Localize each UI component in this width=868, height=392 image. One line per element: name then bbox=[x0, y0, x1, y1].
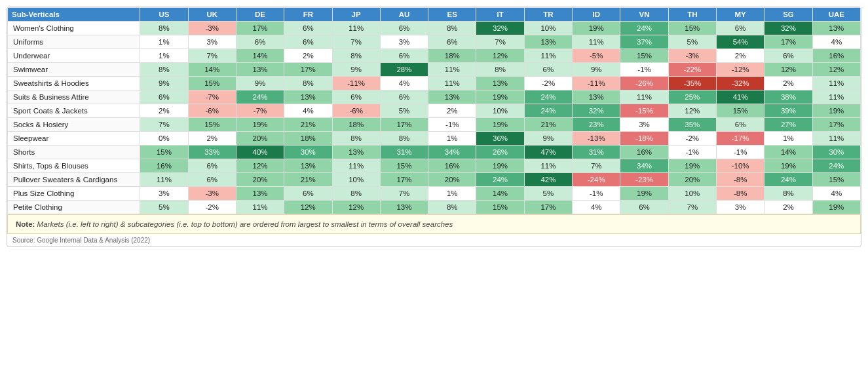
cell-r10-c6: 16% bbox=[428, 159, 476, 173]
cell-r2-c3: 2% bbox=[284, 49, 332, 63]
col-header-de: DE bbox=[236, 8, 284, 22]
cell-r0-c7: 32% bbox=[476, 22, 524, 35]
cell-r13-c4: 12% bbox=[332, 201, 380, 214]
cell-r2-c12: 2% bbox=[717, 49, 764, 63]
cell-r3-c9: 9% bbox=[573, 63, 620, 77]
cell-r12-c8: 5% bbox=[524, 187, 572, 201]
col-header-jp: JP bbox=[332, 8, 380, 22]
cell-r11-c11: 20% bbox=[668, 173, 716, 187]
cell-r5-c0: 6% bbox=[140, 90, 188, 104]
cell-r6-c11: 12% bbox=[668, 104, 716, 118]
cell-r11-c7: 24% bbox=[476, 173, 524, 187]
cell-r1-c14: 4% bbox=[812, 35, 860, 49]
cell-r0-c4: 11% bbox=[332, 22, 380, 35]
table-row: Uniforms1%3%6%6%7%3%6%7%13%11%37%5%54%17… bbox=[8, 35, 861, 49]
cell-r6-c6: 2% bbox=[428, 104, 476, 118]
cell-r11-c0: 11% bbox=[140, 173, 188, 187]
cell-r9-c13: 14% bbox=[764, 146, 812, 159]
cell-r7-c13: 27% bbox=[764, 118, 812, 132]
source-text: Source: Google Internal Data & Analysis … bbox=[7, 234, 861, 246]
cell-r4-c8: -2% bbox=[524, 77, 572, 90]
cell-r5-c2: 24% bbox=[236, 90, 284, 104]
cell-r11-c14: 15% bbox=[812, 173, 860, 187]
row-label-5: Suits & Business Attire bbox=[8, 90, 140, 104]
cell-r4-c1: 15% bbox=[188, 77, 236, 90]
cell-r1-c2: 6% bbox=[236, 35, 284, 49]
cell-r8-c10: -18% bbox=[620, 132, 668, 146]
cell-r0-c10: 24% bbox=[620, 22, 668, 35]
cell-r4-c5: 4% bbox=[380, 77, 428, 90]
cell-r11-c2: 20% bbox=[236, 173, 284, 187]
col-header-it: IT bbox=[476, 8, 524, 22]
cell-r6-c5: 5% bbox=[380, 104, 428, 118]
cell-r1-c10: 37% bbox=[620, 35, 668, 49]
cell-r9-c8: 47% bbox=[524, 146, 572, 159]
cell-r8-c6: 1% bbox=[428, 132, 476, 146]
cell-r4-c0: 9% bbox=[140, 77, 188, 90]
col-header-sg: SG bbox=[764, 8, 812, 22]
cell-r5-c11: 25% bbox=[668, 90, 716, 104]
cell-r5-c12: 41% bbox=[717, 90, 764, 104]
cell-r9-c0: 15% bbox=[140, 146, 188, 159]
table-row: Pullover Sweaters & Cardigans11%6%20%21%… bbox=[8, 173, 861, 187]
cell-r13-c10: 6% bbox=[620, 201, 668, 214]
row-label-2: Underwear bbox=[8, 49, 140, 63]
cell-r4-c11: -35% bbox=[668, 77, 716, 90]
cell-r13-c1: -2% bbox=[188, 201, 236, 214]
table-row: Women's Clothing8%-3%17%6%11%6%8%32%10%1… bbox=[8, 22, 861, 35]
col-header-au: AU bbox=[380, 8, 428, 22]
row-label-12: Plus Size Clothing bbox=[8, 187, 140, 201]
cell-r12-c4: 8% bbox=[332, 187, 380, 201]
cell-r8-c12: -17% bbox=[717, 132, 764, 146]
cell-r10-c7: 19% bbox=[476, 159, 524, 173]
col-header-label: Sub-Verticals bbox=[8, 8, 140, 22]
cell-r11-c1: 6% bbox=[188, 173, 236, 187]
cell-r6-c8: 24% bbox=[524, 104, 572, 118]
cell-r12-c1: -3% bbox=[188, 187, 236, 201]
cell-r7-c6: -1% bbox=[428, 118, 476, 132]
cell-r13-c13: 2% bbox=[764, 201, 812, 214]
col-header-fr: FR bbox=[284, 8, 332, 22]
cell-r12-c5: 7% bbox=[380, 187, 428, 201]
cell-r0-c6: 8% bbox=[428, 22, 476, 35]
cell-r9-c5: 31% bbox=[380, 146, 428, 159]
cell-r13-c12: 3% bbox=[717, 201, 764, 214]
cell-r13-c3: 12% bbox=[284, 201, 332, 214]
cell-r0-c12: 6% bbox=[717, 22, 764, 35]
table-row: Socks & Hosiery7%15%19%21%18%17%-1%19%21… bbox=[8, 118, 861, 132]
cell-r6-c2: -7% bbox=[236, 104, 284, 118]
row-label-4: Sweatshirts & Hoodies bbox=[8, 77, 140, 90]
cell-r6-c7: 10% bbox=[476, 104, 524, 118]
cell-r13-c0: 5% bbox=[140, 201, 188, 214]
cell-r2-c7: 12% bbox=[476, 49, 524, 63]
cell-r10-c5: 15% bbox=[380, 159, 428, 173]
cell-r11-c10: -23% bbox=[620, 173, 668, 187]
cell-r4-c3: 8% bbox=[284, 77, 332, 90]
cell-r8-c7: 36% bbox=[476, 132, 524, 146]
cell-r12-c9: -1% bbox=[573, 187, 620, 201]
cell-r1-c1: 3% bbox=[188, 35, 236, 49]
cell-r9-c9: 31% bbox=[573, 146, 620, 159]
cell-r8-c1: 2% bbox=[188, 132, 236, 146]
header-row: Sub-VerticalsUSUKDEFRJPAUESITTRIDVNTHMYS… bbox=[8, 8, 861, 22]
cell-r7-c0: 7% bbox=[140, 118, 188, 132]
cell-r1-c5: 3% bbox=[380, 35, 428, 49]
cell-r12-c6: 1% bbox=[428, 187, 476, 201]
cell-r8-c13: 1% bbox=[764, 132, 812, 146]
col-header-es: ES bbox=[428, 8, 476, 22]
cell-r12-c10: 19% bbox=[620, 187, 668, 201]
cell-r6-c14: 19% bbox=[812, 104, 860, 118]
cell-r8-c2: 20% bbox=[236, 132, 284, 146]
cell-r6-c12: 15% bbox=[717, 104, 764, 118]
col-header-uae: UAE bbox=[812, 8, 860, 22]
cell-r10-c2: 12% bbox=[236, 159, 284, 173]
row-label-9: Shorts bbox=[8, 146, 140, 159]
cell-r5-c9: 13% bbox=[573, 90, 620, 104]
cell-r7-c9: 23% bbox=[573, 118, 620, 132]
cell-r6-c9: 32% bbox=[573, 104, 620, 118]
col-header-my: MY bbox=[717, 8, 764, 22]
cell-r8-c5: 8% bbox=[380, 132, 428, 146]
cell-r0-c13: 32% bbox=[764, 22, 812, 35]
note-prefix: Note: bbox=[16, 220, 37, 228]
cell-r4-c14: 11% bbox=[812, 77, 860, 90]
